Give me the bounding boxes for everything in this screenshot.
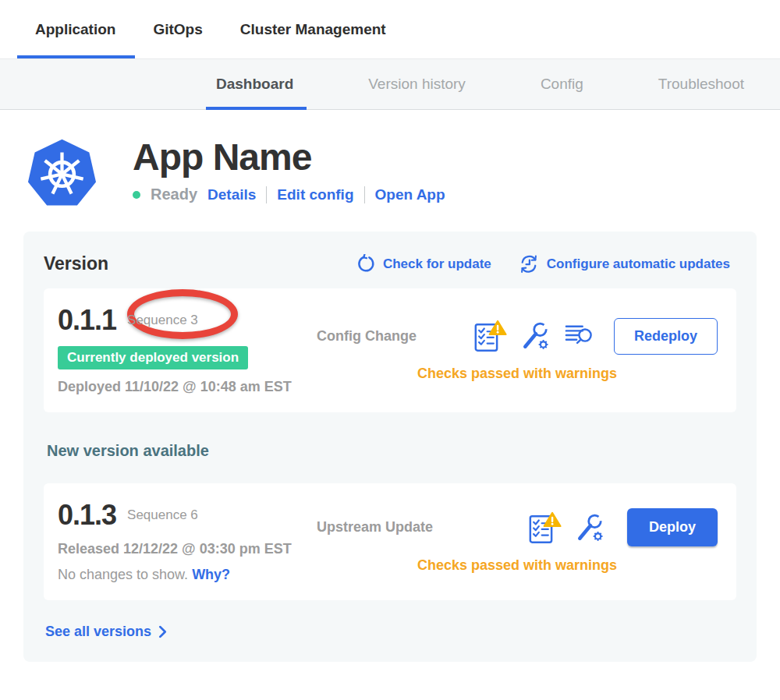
details-link[interactable]: Details bbox=[207, 186, 256, 203]
current-version-sequence: Sequence 3 bbox=[127, 313, 198, 328]
diff-note: No changes to show. Why? bbox=[58, 567, 317, 583]
currently-deployed-badge: Currently deployed version bbox=[58, 346, 248, 369]
status-dot-icon bbox=[133, 191, 140, 199]
page-title: App Name bbox=[133, 139, 445, 176]
kubernetes-logo-icon bbox=[26, 137, 98, 210]
version-section-title: Version bbox=[44, 253, 108, 274]
version-section: Version Check for update bbox=[23, 232, 757, 662]
view-files-diff-icon[interactable] bbox=[564, 323, 594, 349]
available-version-sequence: Sequence 6 bbox=[127, 507, 198, 523]
clock-sync-icon bbox=[518, 253, 540, 274]
preflight-checks-warning-icon[interactable] bbox=[527, 511, 562, 545]
current-version-icons bbox=[473, 319, 594, 353]
why-link[interactable]: Why? bbox=[192, 567, 230, 582]
no-changes-text: No changes to show. bbox=[58, 567, 188, 582]
wrench-gear-icon[interactable] bbox=[519, 320, 552, 352]
current-version-actions: Config Change bbox=[317, 318, 718, 382]
primary-nav: Application GitOps Cluster Management bbox=[0, 0, 780, 58]
configure-automatic-updates-label: Configure automatic updates bbox=[547, 256, 730, 272]
status-badge: Ready bbox=[151, 186, 197, 203]
redeploy-button[interactable]: Redeploy bbox=[614, 318, 718, 355]
available-version-number: 0.1.3 bbox=[58, 499, 116, 532]
version-section-header: Version Check for update bbox=[44, 253, 736, 274]
refresh-icon bbox=[356, 254, 376, 274]
released-timestamp: Released 12/12/22 @ 03:30 pm EST bbox=[58, 541, 317, 557]
wrench-gear-icon[interactable] bbox=[574, 511, 607, 544]
tab-troubleshoot[interactable]: Troubleshoot bbox=[658, 59, 744, 109]
check-for-update-label: Check for update bbox=[383, 256, 491, 272]
current-version-info: 0.1.1 Sequence 3 Currently deployed vers… bbox=[58, 304, 317, 395]
version-actions: Check for update Configure automatic upd… bbox=[356, 253, 736, 274]
app-status-row: Ready Details Edit config Open App bbox=[133, 186, 445, 203]
checks-status-text: Checks passed with warnings bbox=[417, 366, 617, 382]
open-app-link[interactable]: Open App bbox=[375, 186, 445, 203]
tab-gitops[interactable]: GitOps bbox=[153, 0, 202, 58]
see-all-versions-label: See all versions bbox=[45, 624, 151, 640]
deploy-button[interactable]: Deploy bbox=[627, 508, 718, 546]
available-version-info: 0.1.3 Sequence 6 Released 12/12/22 @ 03:… bbox=[58, 499, 317, 583]
chevron-right-icon bbox=[158, 625, 167, 638]
divider bbox=[364, 186, 365, 203]
app-header: App Name Ready Details Edit config Open … bbox=[26, 137, 780, 210]
current-version-number: 0.1.1 bbox=[58, 304, 116, 337]
see-all-versions-link[interactable]: See all versions bbox=[45, 624, 167, 640]
configure-automatic-updates-link[interactable]: Configure automatic updates bbox=[518, 253, 730, 274]
version-source-label: Config Change bbox=[317, 328, 417, 345]
checks-status-text: Checks passed with warnings bbox=[417, 557, 617, 574]
app-header-text: App Name Ready Details Edit config Open … bbox=[133, 137, 445, 210]
version-source-label: Upstream Update bbox=[317, 519, 433, 536]
available-version-card: 0.1.3 Sequence 6 Released 12/12/22 @ 03:… bbox=[44, 483, 736, 600]
new-version-available-heading: New version available bbox=[47, 442, 736, 460]
tab-application[interactable]: Application bbox=[35, 0, 115, 58]
tab-config[interactable]: Config bbox=[541, 59, 583, 109]
tab-cluster-management[interactable]: Cluster Management bbox=[240, 0, 386, 58]
edit-config-link[interactable]: Edit config bbox=[277, 186, 353, 203]
current-version-card: 0.1.1 Sequence 3 Currently deployed vers… bbox=[44, 288, 736, 412]
tab-version-history[interactable]: Version history bbox=[368, 59, 466, 109]
check-for-update-link[interactable]: Check for update bbox=[356, 254, 491, 274]
deployed-timestamp: Deployed 11/10/22 @ 10:48 am EST bbox=[58, 379, 317, 395]
available-version-icons bbox=[527, 511, 607, 545]
preflight-checks-warning-icon[interactable] bbox=[473, 319, 508, 353]
tab-dashboard[interactable]: Dashboard bbox=[216, 59, 293, 109]
divider bbox=[266, 186, 267, 203]
available-version-actions: Upstream Update bbox=[317, 508, 718, 574]
secondary-nav: Dashboard Version history Config Trouble… bbox=[0, 58, 780, 110]
